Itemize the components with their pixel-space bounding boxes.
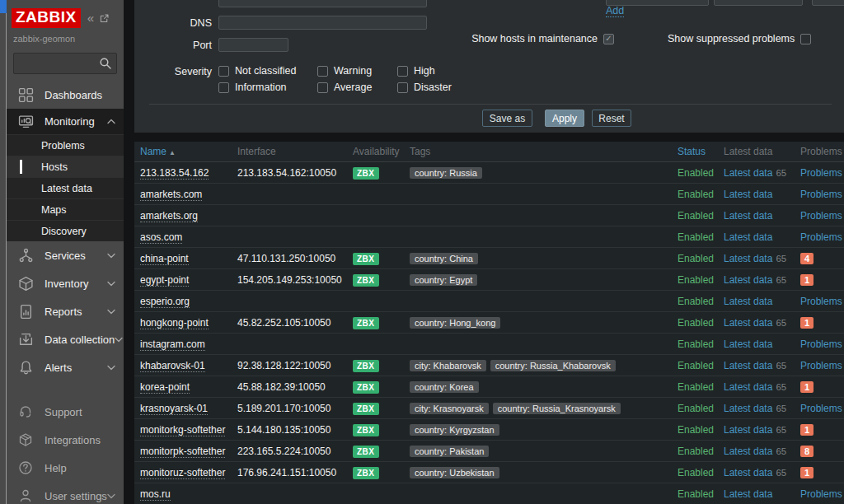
column-header-status[interactable]: Status [678, 146, 706, 157]
host-name-link[interactable]: monitoruz-softether [140, 467, 225, 479]
problems-count-badge[interactable]: 1 [800, 467, 814, 478]
severity-high[interactable]: High [397, 65, 435, 77]
problems-count-badge[interactable]: 4 [800, 253, 814, 264]
host-name-link[interactable]: esperio.org [140, 296, 190, 308]
problems-count-badge[interactable]: 8 [800, 446, 814, 457]
add-tag-link[interactable]: Add [606, 5, 624, 17]
sidebar-subitem-maps[interactable]: Maps [7, 198, 124, 220]
search-input[interactable] [17, 54, 96, 72]
tag-chip[interactable]: country: China [410, 253, 478, 264]
collapse-sidebar-icon[interactable]: « [87, 12, 92, 24]
apply-button[interactable]: Apply [545, 110, 584, 127]
host-name-link[interactable]: asos.com [140, 231, 182, 244]
problems-link[interactable]: Problems [800, 296, 842, 307]
host-name-link[interactable]: egypt-point [140, 274, 189, 287]
severity-warning[interactable]: Warning [317, 65, 372, 77]
checkbox-disaster[interactable] [397, 82, 408, 93]
host-name-link[interactable]: china-point [140, 253, 189, 265]
latest-data-link[interactable]: Latest data [724, 403, 772, 414]
checkbox-show-suppressed-problems[interactable] [800, 34, 811, 44]
tag-operator-field-partial[interactable] [714, 0, 803, 6]
host-name-link[interactable]: 213.183.54.162 [140, 167, 209, 180]
latest-data-link[interactable]: Latest data [724, 317, 772, 329]
host-name-link[interactable]: korea-point [140, 381, 190, 394]
problems-count-badge[interactable]: 1 [800, 317, 814, 329]
host-name-link[interactable]: krasnoyarsk-01 [140, 403, 208, 415]
sidebar-item-support[interactable]: Support [7, 398, 124, 426]
severity-information[interactable]: Information [218, 82, 287, 93]
latest-data-link[interactable]: Latest data [724, 274, 772, 286]
problems-link[interactable]: Problems [800, 231, 842, 243]
zabbix-logo[interactable]: ZABBIX [12, 8, 81, 28]
tag-chip[interactable]: country: Kyrgyzstan [410, 424, 499, 436]
latest-data-link[interactable]: Latest data [724, 338, 772, 350]
latest-data-link[interactable]: Latest data [724, 189, 772, 200]
show-hosts-in-maintenance[interactable]: Show hosts in maintenance [464, 33, 614, 44]
sidebar-item-alerts[interactable]: Alerts [7, 353, 124, 381]
tag-chip[interactable]: country: Russia_Krasnoyarsk [493, 403, 621, 414]
host-name-link[interactable]: khabarovsk-01 [140, 360, 205, 372]
sidebar-item-user-settings[interactable]: User settings [7, 482, 124, 504]
latest-data-link[interactable]: Latest data [724, 446, 772, 457]
tag-chip[interactable]: country: Korea [410, 381, 479, 393]
column-header-name[interactable]: Name [140, 146, 166, 157]
latest-data-link[interactable]: Latest data [724, 381, 772, 393]
latest-data-link[interactable]: Latest data [724, 231, 772, 243]
tag-chip[interactable]: country: Egypt [410, 274, 477, 286]
problems-count-badge[interactable]: 1 [800, 381, 814, 393]
severity-average[interactable]: Average [317, 82, 372, 93]
sidebar-item-dashboards[interactable]: Dashboards [7, 81, 124, 109]
latest-data-link[interactable]: Latest data [724, 424, 772, 436]
sidebar-item-integrations[interactable]: Integrations [7, 426, 124, 454]
host-name-link[interactable]: monitorkg-softether [140, 424, 225, 436]
reset-button[interactable]: Reset [592, 110, 631, 127]
problems-link[interactable]: Problems [800, 360, 842, 371]
sidebar-item-inventory[interactable]: Inventory [7, 269, 124, 297]
tag-value-field-partial[interactable] [812, 0, 844, 6]
sidebar-item-help[interactable]: Help [7, 454, 124, 482]
checkbox-average[interactable] [317, 82, 328, 93]
problems-link[interactable]: Problems [800, 167, 842, 179]
checkbox-information[interactable] [218, 82, 229, 93]
undock-sidebar-icon[interactable] [99, 13, 110, 24]
dns-input[interactable] [218, 16, 427, 30]
tag-chip[interactable]: country: Russia [410, 167, 482, 179]
problems-link[interactable]: Problems [800, 338, 842, 350]
host-name-link[interactable]: amarkets.com [140, 189, 202, 201]
problems-link[interactable]: Problems [800, 189, 842, 200]
checkbox-warning[interactable] [317, 66, 328, 77]
problems-count-badge[interactable]: 1 [800, 424, 814, 436]
host-name-link[interactable]: amarkets.org [140, 210, 198, 222]
latest-data-link[interactable]: Latest data [724, 296, 772, 307]
show-suppressed-problems[interactable]: Show suppressed problems [668, 33, 811, 44]
host-name-link[interactable]: mos.ru [140, 488, 171, 501]
checkbox-show-hosts-in-maintenance[interactable] [603, 34, 614, 44]
latest-data-link[interactable]: Latest data [724, 253, 772, 264]
ip-field-partial[interactable] [218, 0, 427, 7]
sidebar-item-services[interactable]: Services [7, 241, 124, 269]
sidebar-search[interactable] [13, 53, 117, 74]
checkbox-not-classified[interactable] [218, 66, 229, 77]
tag-chip[interactable]: city: Khabarovsk [410, 360, 486, 371]
severity-disaster[interactable]: Disaster [397, 82, 452, 93]
problems-count-badge[interactable]: 1 [800, 274, 814, 286]
port-input[interactable] [218, 38, 288, 52]
latest-data-link[interactable]: Latest data [724, 167, 772, 179]
sidebar-subitem-latest-data[interactable]: Latest data [7, 177, 124, 198]
tag-chip[interactable]: city: Krasnoyarsk [410, 403, 489, 414]
tag-chip[interactable]: country: Russia_Khabarovsk [490, 360, 616, 371]
save-as-button[interactable]: Save as [482, 110, 532, 127]
sidebar-subitem-discovery[interactable]: Discovery [7, 220, 124, 241]
severity-not-classified[interactable]: Not classified [218, 65, 296, 77]
host-name-link[interactable]: hongkong-point [140, 317, 209, 329]
problems-link[interactable]: Problems [800, 210, 842, 222]
host-name-link[interactable]: instagram.com [140, 338, 205, 351]
checkbox-high[interactable] [397, 66, 408, 77]
latest-data-link[interactable]: Latest data [724, 467, 772, 478]
sidebar-item-reports[interactable]: Reports [7, 297, 124, 325]
tag-chip[interactable]: country: Hong_kong [410, 317, 500, 329]
host-name-link[interactable]: monitorpk-softether [140, 446, 225, 458]
sidebar-item-monitoring[interactable]: Monitoring [7, 109, 124, 134]
search-icon[interactable] [99, 57, 112, 73]
tag-chip[interactable]: country: Pakistan [410, 446, 489, 457]
